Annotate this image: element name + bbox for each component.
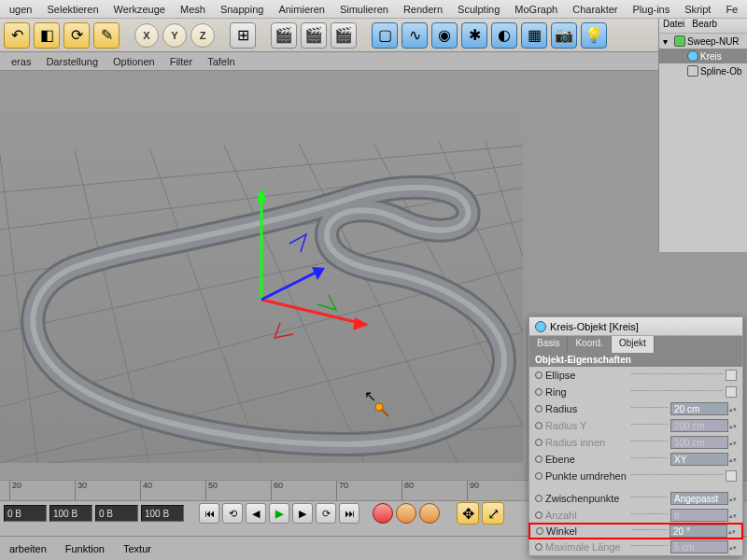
anim-dot-icon[interactable]: [535, 439, 543, 446]
tool-undo[interactable]: ↶: [4, 22, 30, 49]
prev-key-button[interactable]: ⟲: [222, 503, 243, 524]
hierarchy-item-spline-ob[interactable]: Spline-Ob: [659, 63, 747, 78]
anim-dot-icon[interactable]: [536, 527, 543, 535]
scale-mode-button[interactable]: ⤢: [482, 502, 504, 525]
tool-cube[interactable]: ◧: [34, 22, 60, 49]
vpmenu-darstellung[interactable]: Darstellung: [38, 56, 106, 67]
hier-menu-datei[interactable]: Datei: [663, 19, 684, 33]
autokey-button[interactable]: [396, 503, 416, 524]
tab-objekt[interactable]: Objekt: [612, 336, 655, 353]
svg-marker-16: [257, 188, 266, 202]
hierarchy-item-sweep-nur[interactable]: ▾Sweep-NUR: [659, 34, 747, 49]
tool-rotate[interactable]: ⟳: [63, 22, 90, 49]
circle-icon: [535, 321, 546, 332]
anim-dot-icon[interactable]: [535, 543, 543, 551]
vpmenu-filter[interactable]: Filter: [162, 56, 200, 67]
frame-cur-start[interactable]: 0 B: [95, 505, 138, 522]
next-frame-button[interactable]: ▶: [292, 503, 313, 524]
3d-viewport[interactable]: [0, 71, 523, 463]
menu-plug-ins[interactable]: Plug-ins: [626, 4, 678, 15]
render-button[interactable]: 🎬: [271, 22, 297, 49]
frame-cur-end[interactable]: 100 B: [141, 505, 184, 522]
tool-coord[interactable]: ⊞: [230, 22, 256, 49]
field-zwischen[interactable]: Angepasst: [670, 492, 728, 505]
axis-x-button[interactable]: X: [134, 23, 159, 48]
attr-row-zwischen: ZwischenpunkteAngepasst▴▾: [529, 490, 742, 507]
checkbox-ring[interactable]: [726, 386, 737, 398]
prim-nurbs[interactable]: ◉: [431, 22, 458, 49]
tab-koord.[interactable]: Koord.: [568, 336, 611, 353]
tab-basis[interactable]: Basis: [529, 336, 568, 353]
vpmenu-tafeln[interactable]: Tafeln: [200, 56, 242, 67]
goto-start-button[interactable]: ⏮: [199, 503, 219, 524]
menu-selektieren[interactable]: Selektieren: [39, 4, 106, 15]
record-button[interactable]: [373, 503, 393, 524]
bb-arbeiten[interactable]: arbeiten: [0, 543, 56, 554]
attr-row-maxl: Maximale Länge5 cm▴▾: [529, 539, 742, 555]
prim-cube[interactable]: ▢: [372, 22, 398, 49]
checkbox-ellipse[interactable]: [726, 370, 737, 381]
attr-row-punkte: Punkte umdrehen: [529, 468, 742, 484]
menu-skript[interactable]: Skript: [677, 4, 718, 15]
prim-env[interactable]: ▦: [521, 22, 547, 49]
goto-end-button[interactable]: ⏭: [339, 503, 359, 524]
menu-mesh[interactable]: Mesh: [173, 4, 213, 15]
frame-end[interactable]: 100 B: [49, 505, 92, 522]
anim-dot-icon[interactable]: [535, 495, 543, 502]
tool-brush[interactable]: ✎: [93, 22, 120, 49]
attr-label: Winkel: [546, 525, 577, 537]
prim-spline[interactable]: ∿: [402, 22, 428, 49]
hier-menu-bearb[interactable]: Bearb: [692, 19, 717, 33]
menu-rendern[interactable]: Rendern: [396, 4, 450, 15]
axis-y-button[interactable]: Y: [162, 23, 187, 48]
prev-frame-button[interactable]: ◀: [246, 503, 266, 524]
anim-dot-icon[interactable]: [535, 472, 543, 480]
menu-charakter[interactable]: Charakter: [565, 4, 625, 15]
attr-label: Maximale Länge: [545, 541, 621, 553]
next-key-button[interactable]: ⟳: [316, 503, 336, 524]
bb-funktion[interactable]: Funktion: [56, 543, 114, 554]
anim-dot-icon[interactable]: [535, 371, 543, 379]
menu-mograph[interactable]: MoGraph: [507, 4, 565, 15]
prim-light[interactable]: 💡: [581, 22, 607, 49]
field-ebene[interactable]: XY: [670, 453, 728, 466]
play-button[interactable]: ▶: [269, 503, 289, 524]
anim-dot-icon[interactable]: [535, 388, 543, 396]
prim-array[interactable]: ✱: [461, 22, 487, 49]
attr-label: Ring: [545, 386, 567, 398]
anim-dot-icon[interactable]: [535, 405, 543, 413]
vpmenu-eras[interactable]: eras: [4, 56, 38, 67]
move-mode-button[interactable]: ✥: [457, 502, 479, 525]
prim-cam[interactable]: 📷: [551, 22, 577, 49]
svg-line-22: [382, 410, 388, 416]
field-radius[interactable]: 20 cm: [670, 402, 728, 415]
attr-row-radiusi: Radius innen100 cm▴▾: [529, 434, 742, 451]
render-region-button[interactable]: 🎬: [301, 22, 327, 49]
menu-fe[interactable]: Fe: [718, 4, 745, 15]
prim-deform[interactable]: ◐: [491, 22, 517, 49]
menu-animieren[interactable]: Animieren: [271, 4, 332, 15]
frame-start[interactable]: 0 B: [4, 505, 47, 522]
keyopt-button[interactable]: [419, 503, 440, 524]
panel-title-bar: Kreis-Objekt [Kreis]: [529, 317, 742, 336]
bb-textur[interactable]: Textur: [114, 543, 161, 554]
panel-section-header: Objekt-Eigenschaften: [529, 353, 742, 367]
brush-cursor-icon: [374, 401, 390, 418]
anim-dot-icon[interactable]: [535, 511, 543, 519]
anim-dot-icon[interactable]: [535, 455, 543, 463]
menu-ugen[interactable]: ugen: [2, 4, 39, 15]
hierarchy-item-kreis[interactable]: Kreis: [659, 49, 747, 63]
menu-simulieren[interactable]: Simulieren: [332, 4, 396, 15]
field-winkel[interactable]: 20 °: [669, 525, 727, 538]
axis-z-button[interactable]: Z: [190, 23, 215, 48]
menu-sculpting[interactable]: Sculpting: [450, 4, 507, 15]
panel-tabs: BasisKoord.Objekt: [529, 336, 742, 353]
anim-dot-icon[interactable]: [535, 422, 543, 429]
s-icon: [687, 65, 698, 77]
menu-werkzeuge[interactable]: Werkzeuge: [106, 4, 173, 15]
vpmenu-optionen[interactable]: Optionen: [106, 56, 162, 67]
checkbox-punkte[interactable]: [726, 470, 737, 482]
render-settings-button[interactable]: 🎬: [331, 22, 357, 49]
menu-snapping[interactable]: Snapping: [213, 4, 272, 15]
svg-line-19: [261, 272, 317, 300]
